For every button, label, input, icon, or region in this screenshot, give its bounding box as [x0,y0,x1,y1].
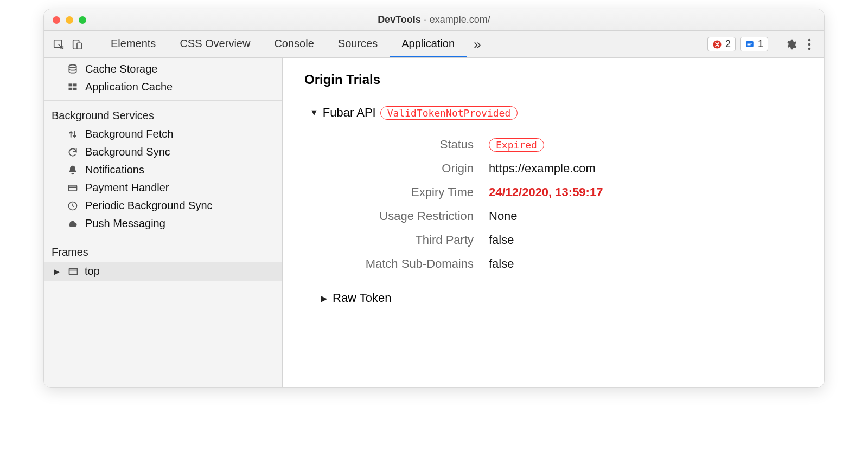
sidebar-item-application-cache[interactable]: Application Cache [44,78,282,96]
sidebar-item-label: Background Fetch [85,128,173,140]
sync-icon [67,146,79,158]
value-text: false [489,233,514,247]
sidebar-item-notifications[interactable]: Notifications [44,161,282,179]
sidebar-item-label: Payment Handler [85,182,169,194]
key-label: Origin [326,161,489,176]
sidebar-item-background-fetch[interactable]: Background Fetch [44,125,282,143]
expand-triangle-icon[interactable]: ▶ [321,293,327,303]
section-heading: Origin Trials [304,72,802,87]
close-icon[interactable] [53,16,60,24]
devtools-window: DevTools - example.com/ Elements CSS Ove… [43,9,825,388]
sidebar-heading: Background Services [44,103,282,125]
tab-css-overview[interactable]: CSS Overview [168,31,262,57]
minimize-icon[interactable] [66,16,73,24]
clock-icon [67,200,79,212]
sidebar-item-label: Periodic Background Sync [85,199,213,212]
row-third-party: Third Party false [326,228,802,252]
sidebar-item-background-sync[interactable]: Background Sync [44,143,282,161]
panel-tabs: Elements CSS Overview Console Sources Ap… [99,31,488,57]
sidebar-heading: Frames [44,240,282,262]
sidebar-item-payment-handler[interactable]: Payment Handler [44,179,282,197]
row-status: Status Expired [326,133,802,157]
key-label: Match Sub-Domains [326,257,489,271]
expand-triangle-icon[interactable]: ▶ [54,267,60,276]
more-menu-icon[interactable] [800,35,819,54]
divider [777,37,777,51]
svg-rect-5 [747,43,752,44]
sidebar-group-frames: Frames ▶ top [44,237,282,285]
sidebar-item-push-messaging[interactable]: Push Messaging [44,215,282,232]
errors-count: 2 [725,38,731,50]
origin-trial-row[interactable]: ▼ Fubar API ValidTokenNotProvided [310,106,802,120]
frame-icon [67,266,79,277]
value-text: 24/12/2020, 13:59:17 [489,185,603,199]
window-title: DevTools - example.com/ [378,14,490,25]
sidebar-item-label: Push Messaging [85,217,165,230]
tab-console[interactable]: Console [262,31,326,57]
row-expiry: Expiry Time 24/12/2020, 13:59:17 [326,180,802,204]
sidebar-group-background-services: Background Services Background Fetch Bac… [44,101,282,237]
issues-count: 1 [758,38,763,50]
svg-rect-2 [77,43,81,49]
issues-chip[interactable]: 1 [740,37,768,51]
sidebar-item-label: Application Cache [85,81,173,93]
tab-elements[interactable]: Elements [99,31,168,57]
bell-icon [67,164,79,176]
cloud-icon [67,218,79,230]
credit-card-icon [67,182,79,194]
trial-status-badge: ValidTokenNotProvided [380,106,518,120]
trial-name: Fubar API [323,106,376,120]
tab-label: Sources [338,37,378,50]
svg-rect-6 [747,44,750,46]
svg-point-9 [808,47,811,50]
settings-gear-icon[interactable] [782,35,800,54]
key-label: Third Party [326,233,489,247]
raw-token-row[interactable]: ▶ Raw Token [321,291,802,305]
divider [91,37,91,51]
trial-details: Status Expired Origin https://example.co… [326,133,802,276]
tabs-overflow-icon[interactable]: » [467,31,488,57]
sidebar-item-label: Background Sync [85,146,170,158]
svg-rect-13 [69,87,73,90]
tab-sources[interactable]: Sources [326,31,390,57]
value-text: false [489,257,514,271]
issue-icon [745,40,755,49]
tab-label: CSS Overview [180,37,250,50]
inspect-element-icon[interactable] [49,35,68,54]
tab-label: Console [274,37,314,50]
up-down-arrows-icon [67,128,79,140]
row-origin: Origin https://example.com [326,157,802,180]
zoom-icon[interactable] [79,16,86,24]
value-text: https://example.com [489,161,596,176]
devtools-toolbar: Elements CSS Overview Console Sources Ap… [44,31,824,58]
collapse-triangle-icon[interactable]: ▼ [310,108,318,118]
sidebar-item-frame-top[interactable]: ▶ top [44,262,282,281]
frame-label: top [85,265,100,277]
application-sidebar: Cache Storage Application Cache Backgrou… [44,58,283,387]
tab-label: Application [401,37,455,50]
sidebar-item-periodic-background-sync[interactable]: Periodic Background Sync [44,197,282,215]
svg-rect-11 [69,83,73,86]
svg-point-8 [808,43,811,46]
value-text: None [489,209,518,223]
svg-rect-12 [73,83,77,86]
row-usage: Usage Restriction None [326,204,802,228]
svg-rect-18 [69,268,78,275]
sidebar-item-label: Notifications [85,164,144,176]
database-icon [67,63,79,75]
device-toggle-icon[interactable] [68,35,86,54]
sidebar-item-cache-storage[interactable]: Cache Storage [44,60,282,78]
errors-chip[interactable]: 2 [707,37,736,51]
key-label: Status [326,138,489,152]
tab-label: Elements [111,37,156,50]
error-icon [712,40,722,49]
status-badge: Expired [489,138,544,152]
key-label: Expiry Time [326,185,489,199]
key-label: Usage Restriction [326,209,489,223]
row-match-subdomains: Match Sub-Domains false [326,252,802,276]
window-controls [44,16,86,24]
tab-application[interactable]: Application [390,31,467,57]
main-panel: Origin Trials ▼ Fubar API ValidTokenNotP… [283,58,824,387]
sidebar-item-label: Cache Storage [85,63,157,75]
titlebar: DevTools - example.com/ [44,9,824,31]
